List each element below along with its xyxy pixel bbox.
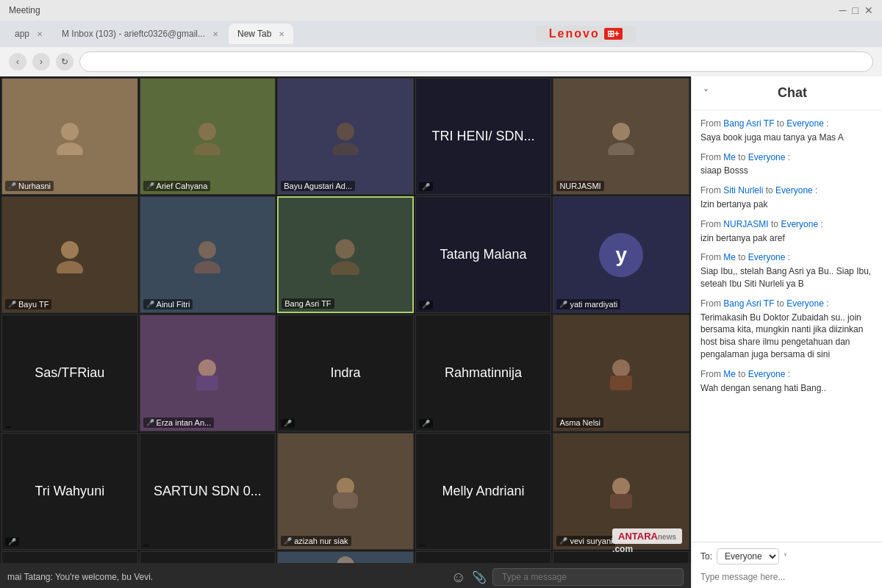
- name-indra: 🎤: [281, 419, 295, 428]
- minimize-button[interactable]: ─: [839, 4, 847, 16]
- chat-input-area: To: Everyone ˅: [692, 542, 882, 588]
- forward-button[interactable]: ›: [32, 53, 50, 71]
- participant-cell-bayu-tf[interactable]: 🎤 Bayu TF: [1, 196, 138, 313]
- name-tatang-big: Tatang Malana: [440, 247, 527, 262]
- svg-point-4: [337, 123, 354, 140]
- video-grid: 🎤 Nurhasni 🎤 Arief Cahyana: [0, 76, 691, 588]
- message-input[interactable]: [492, 568, 684, 586]
- maximize-button[interactable]: □: [853, 4, 858, 16]
- participant-cell-azizah[interactable]: 🎤 azizah nur siak: [277, 433, 414, 550]
- mic-icon-tri-wahyuni: 🎤: [8, 538, 16, 545]
- svg-point-10: [198, 241, 216, 259]
- chat-from-4: From NURJASMI to Everyone :: [700, 218, 873, 231]
- chat-message-5: From Me to Everyone : Siap Ibu,, stelah …: [700, 251, 873, 290]
- attachment-icon[interactable]: 📎: [472, 570, 487, 584]
- chat-message-4: From NURJASMI to Everyone : izin bertany…: [700, 218, 873, 245]
- svg-point-11: [194, 261, 220, 273]
- participant-cell-sas[interactable]: Sas/TFRiau: [1, 315, 138, 431]
- chat-message-3: From Siti Nurleli to Everyone : Izin ber…: [700, 184, 873, 211]
- name-erza: 🎤 Erza intan An...: [143, 417, 215, 428]
- chat-chevron-icon[interactable]: ˅: [703, 87, 709, 99]
- antara-label: ANTARA: [618, 531, 658, 542]
- participant-cell-tri-heni[interactable]: TRI HENI/ SDN... 🎤: [415, 78, 552, 195]
- url-input[interactable]: [79, 51, 873, 72]
- svg-rect-17: [610, 376, 632, 390]
- svg-rect-15: [196, 376, 218, 390]
- participant-cell-nurjasmi[interactable]: NURJASMI: [553, 78, 689, 195]
- participant-cell-tatang[interactable]: Tatang Malana 🎤: [415, 196, 552, 313]
- chat-text-1: Saya book juga mau tanya ya Mas A: [700, 132, 873, 144]
- mic-icon-nurhasni: 🎤: [8, 182, 16, 190]
- message-input-row: mai Tatang: You're welcome, bu Vevi. ☺ 📎: [0, 563, 691, 588]
- name-sas-big: Sas/TFRiau: [35, 365, 104, 381]
- name-sartun-big: SARTUN SDN 0...: [154, 484, 262, 499]
- tab-app[interactable]: app ✕: [6, 24, 51, 44]
- mic-icon-indra: 🎤: [284, 420, 292, 427]
- emoji-icon[interactable]: ☺: [451, 569, 466, 586]
- chat-text-7: Wah dengan senang hati Bang..: [700, 382, 873, 395]
- svg-point-20: [612, 478, 630, 495]
- video-arief: [140, 79, 276, 194]
- svg-point-12: [336, 240, 355, 259]
- video-nurjasmi: [553, 79, 689, 194]
- chat-message-6: From Bang Asri TF to Everyone : Terimaka…: [700, 298, 873, 361]
- tab-gmail[interactable]: M Inbox (103) - arieftc0326@gmail... ✕: [53, 24, 227, 44]
- chat-to-select[interactable]: Everyone: [717, 548, 779, 564]
- close-button[interactable]: ✕: [864, 4, 873, 16]
- mic-icon-ainul: 🎤: [146, 301, 154, 308]
- chat-text-6: Terimakasih Bu Doktor Zubaidah su.. join…: [700, 312, 873, 361]
- chat-to-row: To: Everyone ˅: [700, 548, 873, 564]
- name-nurhasni: 🎤 Nurhasni: [5, 181, 54, 191]
- participant-cell-arief[interactable]: 🎤 Arief Cahyana: [140, 78, 276, 195]
- tab-app-label: app: [15, 29, 29, 39]
- name-tri-wahyuni-big: Tri Wahyuni: [35, 484, 104, 499]
- lenovo-text: Lenovo: [549, 27, 600, 40]
- name-yati: 🎤 yati mardiyati: [556, 299, 620, 309]
- back-button[interactable]: ‹: [9, 53, 26, 71]
- video-area: 🎤 Nurhasni 🎤 Arief Cahyana: [0, 76, 691, 588]
- antara-dotcom: .com: [612, 544, 682, 554]
- video-azizah: [278, 434, 413, 549]
- participant-cell-bang-asri[interactable]: Bang Asri TF: [277, 196, 414, 313]
- participant-cell-rahmat[interactable]: Rahmatinnija 🎤: [415, 315, 552, 431]
- participant-cell-bayu-ag[interactable]: Bayu Agustari Ad...: [277, 78, 414, 195]
- participant-cell-indra[interactable]: Indra 🎤: [277, 315, 414, 431]
- chat-from-3: From Siti Nurleli to Everyone :: [700, 184, 873, 197]
- name-tri-wahyuni: 🎤: [5, 537, 19, 546]
- chat-text-2: siaap Bosss: [700, 165, 873, 177]
- participant-cell-nurhasni[interactable]: 🎤 Nurhasni: [1, 78, 138, 195]
- chevron-down-icon: ˅: [784, 553, 787, 561]
- window-title: Meeting: [9, 5, 40, 15]
- participant-cell-tri-wahyuni[interactable]: Tri Wahyuni 🎤: [1, 433, 138, 550]
- video-ainul: [140, 197, 276, 312]
- name-melly-big: Melly Andriani: [442, 484, 525, 499]
- participant-cell-melly[interactable]: Melly Andriani: [415, 433, 552, 550]
- tab-newtab-close[interactable]: ✕: [279, 30, 284, 38]
- participant-cell-erza[interactable]: 🎤 Erza intan An...: [140, 315, 276, 431]
- svg-point-1: [57, 143, 83, 155]
- tab-app-close[interactable]: ✕: [37, 30, 43, 38]
- chat-from-5: From Me to Everyone :: [700, 251, 873, 264]
- title-bar: Meeting ─ □ ✕: [0, 0, 882, 21]
- mic-icon-bayu-tf: 🎤: [8, 301, 16, 308]
- chat-message-input[interactable]: [700, 569, 873, 585]
- name-bayu-tf: 🎤 Bayu TF: [5, 299, 51, 309]
- chat-from-7: From Me to Everyone :: [700, 368, 873, 381]
- participant-cell-asma[interactable]: Asma Nelsi: [553, 315, 689, 431]
- chat-from-1: From Bang Asri TF to Everyone :: [700, 118, 873, 130]
- chat-header: ˅ Chat: [692, 76, 882, 110]
- participant-cell-sartun[interactable]: SARTUN SDN 0...: [140, 433, 276, 550]
- tab-gmail-close[interactable]: ✕: [212, 30, 218, 38]
- mic-icon-yati: 🎤: [559, 301, 567, 308]
- chat-message-7: From Me to Everyone : Wah dengan senang …: [700, 368, 873, 395]
- mic-icon-arief: 🎤: [146, 182, 154, 190]
- chat-text-3: Izin bertanya pak: [700, 198, 873, 211]
- svg-point-7: [608, 143, 634, 155]
- refresh-button[interactable]: ↻: [56, 53, 74, 71]
- tab-newtab[interactable]: New Tab ✕: [229, 24, 293, 44]
- participant-cell-yati[interactable]: y 🎤 yati mardiyati: [553, 196, 689, 313]
- participant-cell-ainul[interactable]: 🎤 Ainul Fitri: [140, 196, 276, 313]
- chat-message-1: From Bang Asri TF to Everyone : Saya boo…: [700, 118, 873, 144]
- name-asma: Asma Nelsi: [556, 417, 603, 428]
- svg-point-5: [332, 143, 359, 155]
